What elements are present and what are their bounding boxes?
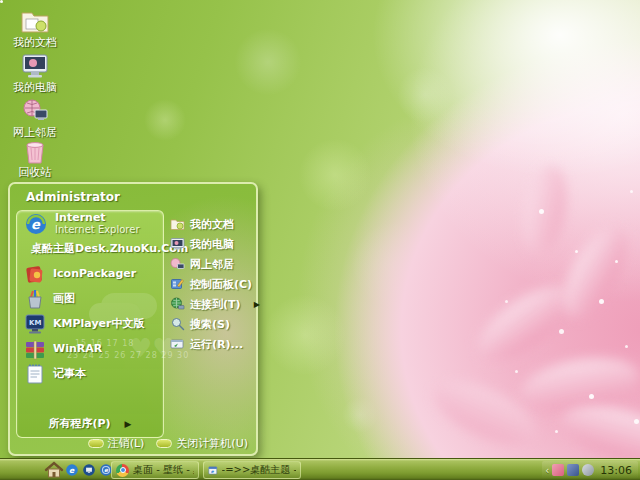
menu-item-label: 我的文档 bbox=[190, 217, 234, 232]
start-menu-user: Administrator bbox=[10, 184, 256, 210]
control-panel-icon bbox=[170, 277, 185, 291]
menu-item-internet[interactable]: e Internet Internet Explorer bbox=[17, 211, 163, 236]
menu-item-title: 桌酷主题Desk.ZhuoKu.Com bbox=[31, 243, 188, 255]
menu-item-network-places[interactable]: 网上邻居 bbox=[170, 254, 256, 274]
menu-item-control-panel[interactable]: 控制面板(C) bbox=[170, 274, 256, 294]
menu-item-title: 记事本 bbox=[53, 368, 86, 380]
menu-item-title: IconPackager bbox=[53, 268, 136, 280]
menu-item-search[interactable]: 搜索(S) bbox=[170, 314, 256, 334]
desktop-icon-label: 我的电脑 bbox=[4, 82, 66, 94]
desktop-icon-my-computer[interactable]: 我的电脑 bbox=[4, 52, 66, 94]
run-icon bbox=[170, 337, 185, 351]
menu-item-subtitle: Internet Explorer bbox=[55, 224, 140, 236]
menu-item-title: 画图 bbox=[53, 293, 75, 305]
tray-icon-pink[interactable] bbox=[552, 464, 564, 476]
start-menu: Administrator ♥♥ 15 16 17 18 23 24 25 26… bbox=[8, 182, 258, 456]
tray-icon-volume[interactable] bbox=[582, 464, 594, 476]
system-tray: ‹ 13:06 bbox=[542, 461, 638, 479]
desktop-icon-label: 回收站 bbox=[4, 167, 66, 179]
internet-explorer-icon: e bbox=[65, 463, 79, 477]
svg-text:KM: KM bbox=[29, 319, 41, 327]
menu-item-title: Internet bbox=[55, 212, 140, 224]
tray-clock: 13:06 bbox=[597, 464, 635, 477]
menu-item-my-documents[interactable]: 我的文档 bbox=[170, 214, 256, 234]
submenu-arrow-icon: ▶ bbox=[254, 300, 260, 309]
svg-text:e: e bbox=[69, 465, 75, 474]
tray-icon-network[interactable] bbox=[567, 464, 579, 476]
menu-item-label: 网上邻居 bbox=[190, 257, 234, 272]
all-programs-button[interactable]: 所有程序(P) ▶ bbox=[17, 416, 163, 431]
chrome-icon bbox=[116, 464, 129, 477]
task-button-label: -=>>桌酷主题 - Wi... bbox=[222, 463, 296, 477]
quick-launch-show-desktop-button[interactable] bbox=[81, 462, 96, 477]
shut-down-icon bbox=[156, 439, 172, 448]
network-places-icon bbox=[20, 97, 50, 125]
menu-item-title: WinRAR bbox=[53, 343, 102, 355]
menu-item-run[interactable]: 运行(R)... bbox=[170, 334, 256, 354]
menu-item-iconpackager[interactable]: IconPackager bbox=[17, 261, 163, 286]
menu-item-label: 我的电脑 bbox=[190, 237, 234, 252]
iconpackager-icon bbox=[24, 263, 46, 285]
menu-item-label: 控制面板(C) bbox=[190, 277, 252, 292]
menu-item-title: KMPlayer中文版 bbox=[53, 318, 144, 330]
svg-text:e: e bbox=[31, 217, 41, 232]
notepad-icon bbox=[24, 363, 46, 385]
all-programs-arrow-icon: ▶ bbox=[125, 419, 132, 429]
my-computer-icon bbox=[170, 237, 185, 251]
menu-item-label: 搜索(S) bbox=[190, 317, 230, 332]
menu-item-connect-to[interactable]: 连接到(T) ▶ bbox=[170, 294, 256, 314]
menu-item-kmplayer[interactable]: KM KMPlayer中文版 bbox=[17, 311, 163, 336]
log-off-button[interactable]: 注销(L) bbox=[88, 436, 145, 451]
desktop-icon-my-documents[interactable]: 我的文档 bbox=[4, 7, 66, 49]
search-icon bbox=[170, 317, 185, 331]
paint-icon bbox=[24, 288, 46, 310]
menu-item-my-computer[interactable]: 我的电脑 bbox=[170, 234, 256, 254]
start-menu-program-list: ♥♥ 15 16 17 18 23 24 25 26 27 28 29 30 e… bbox=[16, 210, 164, 438]
task-button-wallpaper[interactable]: 桌面 - 壁纸 - 桌酷... bbox=[111, 461, 199, 479]
task-button-zhuoku[interactable]: e -=>>桌酷主题 - Wi... bbox=[203, 461, 301, 479]
show-desktop-icon bbox=[82, 463, 96, 477]
kmplayer-icon: KM bbox=[24, 313, 46, 335]
start-menu-footer: 注销(L) 关闭计算机(U) bbox=[88, 435, 248, 451]
shut-down-label: 关闭计算机(U) bbox=[176, 436, 248, 451]
start-menu-places: 我的文档 我的电脑 网上邻居 bbox=[170, 214, 256, 354]
desktop-icon-network-places[interactable]: 网上邻居 bbox=[4, 97, 66, 139]
desktop: 我的文档 我的电脑 网上邻居 回收站 Administrator bbox=[0, 0, 640, 480]
taskbar: e e › 桌面 bbox=[0, 458, 640, 480]
menu-item-winrar[interactable]: WinRAR bbox=[17, 336, 163, 361]
start-button[interactable] bbox=[44, 461, 64, 479]
log-off-icon bbox=[88, 439, 104, 448]
tray-collapse-icon[interactable]: ‹ bbox=[545, 465, 549, 476]
my-documents-icon bbox=[170, 217, 185, 231]
task-button-label: 桌面 - 壁纸 - 桌酷... bbox=[133, 463, 194, 477]
quick-launch-ie-button[interactable]: e bbox=[64, 462, 79, 477]
my-computer-icon bbox=[20, 52, 50, 80]
menu-item-paint[interactable]: 画图 bbox=[17, 286, 163, 311]
menu-item-label: 运行(R)... bbox=[190, 337, 243, 352]
desktop-icon-recycle-bin[interactable]: 回收站 bbox=[4, 139, 66, 179]
all-programs-label: 所有程序(P) bbox=[48, 416, 110, 431]
log-off-label: 注销(L) bbox=[108, 436, 145, 451]
desktop-icon-label: 网上邻居 bbox=[4, 127, 66, 139]
internet-explorer-icon: e bbox=[24, 212, 48, 236]
winrar-icon bbox=[24, 338, 46, 360]
ie-window-icon: e bbox=[208, 464, 218, 477]
menu-item-zhuoku-theme[interactable]: 桌酷主题Desk.ZhuoKu.Com bbox=[17, 236, 163, 261]
desktop-icon-label: 我的文档 bbox=[4, 37, 66, 49]
connect-to-icon bbox=[170, 297, 185, 311]
home-icon bbox=[44, 461, 64, 479]
network-places-icon bbox=[170, 257, 185, 271]
my-documents-icon bbox=[20, 7, 50, 35]
shut-down-button[interactable]: 关闭计算机(U) bbox=[156, 436, 248, 451]
menu-item-label: 连接到(T) bbox=[190, 297, 241, 312]
dew-drops bbox=[0, 0, 3, 3]
menu-item-notepad[interactable]: 记事本 bbox=[17, 361, 163, 386]
recycle-bin-icon bbox=[22, 139, 48, 165]
